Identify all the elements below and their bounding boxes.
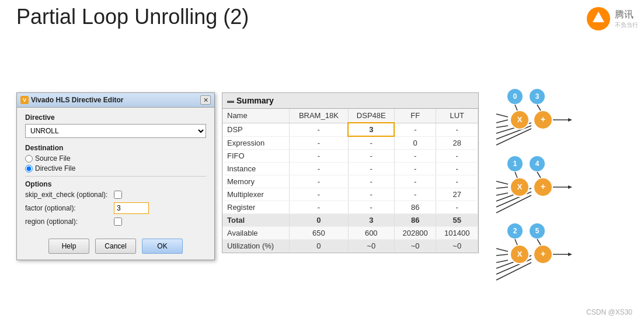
svg-line-55 (537, 239, 541, 245)
source-file-label: Source File (35, 154, 71, 163)
cell-ff: - (394, 188, 436, 201)
cell-lut: - (436, 201, 478, 214)
svg-text:X: X (517, 182, 523, 191)
collapse-icon[interactable]: ▬ (227, 96, 234, 105)
dialog-body: Directive UNROLL Destination Source File… (17, 108, 214, 235)
cell-ff: 0 (394, 136, 436, 150)
cell-total-dsp: 3 (348, 214, 394, 227)
svg-text:4: 4 (535, 160, 539, 168)
cell-dsp: 3 (348, 123, 394, 136)
cell-avail-lut: 101400 (436, 227, 478, 240)
directive-editor-dialog: V Vivado HLS Directive Editor ✕ Directiv… (16, 92, 215, 260)
svg-line-2 (496, 114, 508, 117)
tencent-logo-icon (586, 6, 611, 32)
factor-input[interactable] (114, 202, 149, 214)
table-row: Expression - - 0 28 (222, 136, 478, 150)
cell-ff: - (394, 123, 436, 136)
table-row: Multiplexer - - - 27 (222, 188, 478, 201)
table-row: Register - - 86 - (222, 201, 478, 214)
cancel-button[interactable]: Cancel (95, 239, 136, 254)
factor-label: factor (optional): (25, 204, 112, 212)
table-row: DSP - 3 - - (222, 123, 478, 136)
table-row: Instance - - - - (222, 163, 478, 175)
cell-total-label: Total (222, 214, 290, 227)
table-row: Memory - - - - (222, 175, 478, 188)
cell-bram: - (290, 150, 349, 163)
directive-file-label: Directive File (35, 164, 75, 172)
cell-dsp: - (348, 175, 394, 188)
cell-name: Memory (222, 175, 290, 188)
svg-marker-45 (568, 253, 572, 256)
svg-text:0: 0 (513, 92, 517, 101)
region-checkbox[interactable] (114, 218, 122, 226)
cell-bram: - (290, 188, 349, 201)
svg-line-3 (496, 120, 508, 123)
col-bram: BRAM_18K (290, 109, 349, 123)
cell-lut: 28 (436, 136, 478, 150)
col-name: Name (222, 109, 290, 123)
cell-name: DSP (222, 123, 290, 136)
svg-text:5: 5 (535, 227, 539, 235)
svg-line-20 (496, 181, 508, 184)
cell-name: Multiplexer (222, 188, 290, 201)
cell-lut: - (436, 123, 478, 136)
svg-text:X: X (517, 250, 523, 258)
region-label: region (optional): (25, 218, 112, 226)
svg-text:1: 1 (513, 160, 517, 168)
cell-lut: - (436, 163, 478, 175)
cell-ff: - (394, 175, 436, 188)
cell-bram: - (290, 201, 349, 214)
dialog-footer: Help Cancel OK (17, 235, 214, 260)
circuit-diagram: 0 3 X + 1 4 X + 2 5 X + (488, 82, 636, 292)
cell-ff: - (394, 150, 436, 163)
cell-name: FIFO (222, 150, 290, 163)
region-row: region (optional): (25, 218, 206, 226)
factor-row: factor (optional): (25, 202, 206, 214)
watermark: CSDN @XS30 (586, 308, 632, 316)
logo-area: 腾讯 不负当行 (586, 6, 638, 32)
directive-label: Directive (25, 113, 206, 122)
summary-title: Summary (236, 96, 274, 105)
dialog-title-left: V Vivado HLS Directive Editor (20, 96, 124, 104)
svg-text:+: + (541, 182, 545, 191)
dialog-close-button[interactable]: ✕ (200, 95, 211, 105)
cell-lut: - (436, 175, 478, 188)
svg-line-37 (537, 172, 541, 178)
cell-total-ff: 86 (394, 214, 436, 227)
svg-text:+: + (541, 115, 545, 124)
cell-util-dsp: ~0 (348, 240, 394, 253)
directive-file-radio[interactable] (25, 165, 33, 172)
svg-text:3: 3 (535, 92, 539, 101)
cell-bram: - (290, 175, 349, 188)
svg-text:2: 2 (513, 227, 517, 235)
svg-line-22 (496, 193, 508, 195)
help-button[interactable]: Help (48, 239, 89, 254)
cell-name: Register (222, 201, 290, 214)
svg-line-21 (496, 187, 508, 188)
cell-util-label: Utilization (%) (222, 240, 290, 253)
col-ff: FF (394, 109, 436, 123)
divider (25, 176, 206, 177)
svg-line-19 (537, 105, 541, 111)
table-row-total: Total 0 3 86 55 (222, 214, 478, 227)
ok-button[interactable]: OK (142, 239, 183, 254)
summary-header: ▬ Summary (222, 93, 478, 109)
svg-line-36 (515, 172, 517, 178)
cell-total-bram: 0 (290, 214, 349, 227)
svg-text:X: X (517, 115, 523, 124)
summary-table: Name BRAM_18K DSP48E FF LUT DSP - 3 - - … (222, 109, 478, 253)
source-file-radio[interactable] (25, 155, 33, 163)
table-row-utilization: Utilization (%) 0 ~0 ~0 ~0 (222, 240, 478, 253)
svg-line-43 (496, 263, 531, 280)
directive-select[interactable]: UNROLL (25, 124, 206, 138)
cell-avail-ff: 202800 (394, 227, 436, 240)
svg-marker-27 (568, 185, 572, 189)
svg-line-25 (496, 195, 531, 213)
cell-name: Expression (222, 136, 290, 150)
svg-marker-9 (568, 118, 572, 122)
skip-exit-checkbox[interactable] (114, 191, 122, 199)
table-row-available: Available 650 600 202800 101400 (222, 227, 478, 240)
cell-total-lut: 55 (436, 214, 478, 227)
cell-dsp: - (348, 136, 394, 150)
svg-line-18 (515, 105, 517, 111)
